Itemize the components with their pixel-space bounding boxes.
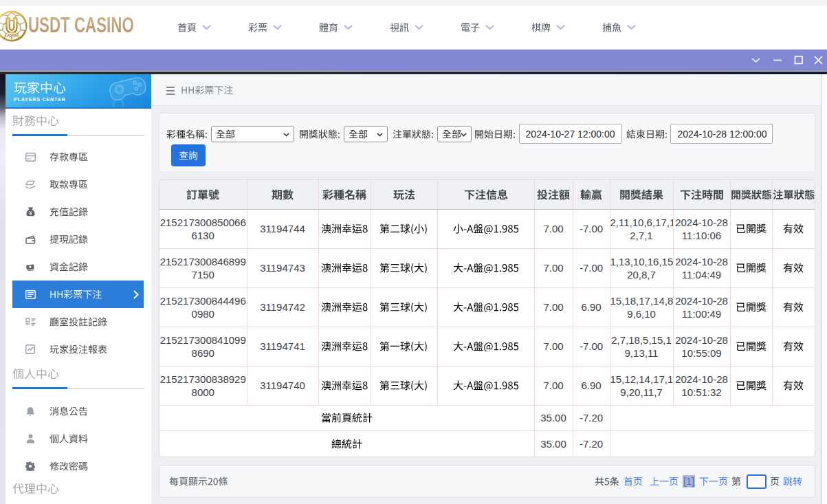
svg-text:CASINO: CASINO	[5, 33, 19, 37]
